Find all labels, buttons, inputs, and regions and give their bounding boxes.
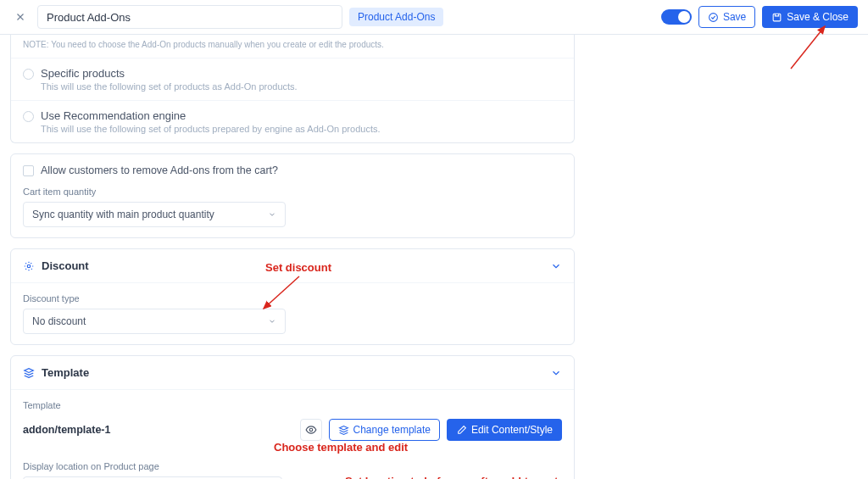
- template-section: Template Template addon/template-1 Chang…: [10, 355, 575, 479]
- discount-section: Discount Discount type No discount Set d…: [10, 248, 575, 345]
- chevron-down-icon: [550, 260, 562, 272]
- cart-qty-select[interactable]: Sync quantity with main product quantity: [23, 202, 286, 227]
- eye-icon: [305, 424, 317, 436]
- template-label: Template: [23, 400, 562, 410]
- svg-rect-1: [773, 14, 781, 21]
- option-specific-products[interactable]: Specific products This will use the foll…: [11, 58, 574, 100]
- template-value: addon/template-1: [23, 424, 111, 436]
- product-addons-tag: Product Add-Ons: [349, 8, 443, 26]
- note-text: NOTE: You need to choose the Add-On prod…: [11, 35, 574, 58]
- chevron-down-icon: [268, 210, 276, 219]
- discount-type-label: Discount type: [23, 293, 562, 304]
- preview-template-button[interactable]: [300, 419, 322, 441]
- cart-settings-card: Allow customers to remove Add-ons from t…: [10, 153, 575, 238]
- allow-remove-checkbox-row[interactable]: Allow customers to remove Add-ons from t…: [11, 154, 574, 187]
- close-button[interactable]: [10, 7, 31, 27]
- enable-toggle[interactable]: [661, 9, 692, 25]
- template-icon: [23, 367, 35, 379]
- radio-icon: [23, 111, 34, 122]
- save-button[interactable]: Save: [698, 6, 755, 28]
- chevron-down-icon: [268, 317, 276, 326]
- product-options-card: NOTE: You need to choose the Add-On prod…: [10, 35, 575, 143]
- svg-point-0: [709, 13, 718, 21]
- discount-icon: [23, 260, 35, 272]
- close-icon: [14, 11, 26, 23]
- save-icon: [771, 12, 782, 23]
- save-close-button[interactable]: Save & Close: [762, 6, 858, 28]
- discount-type-select[interactable]: No discount: [23, 309, 286, 334]
- display-location-label: Display location on Product page: [23, 461, 562, 471]
- svg-point-5: [309, 428, 313, 432]
- header: Product Add-Ons Save Save & Close: [0, 0, 868, 35]
- change-template-button[interactable]: Change template: [329, 419, 440, 441]
- check-circle-icon: [708, 12, 719, 23]
- option-recommendation-engine[interactable]: Use Recommendation engine This will use …: [11, 100, 574, 142]
- svg-point-3: [27, 265, 31, 268]
- annotation-choose-template: Choose template and edit: [274, 441, 408, 454]
- radio-icon: [23, 69, 34, 80]
- edit-content-style-button[interactable]: Edit Content/Style: [447, 419, 562, 441]
- chevron-down-icon: [550, 367, 562, 379]
- main-content: NOTE: You need to choose the Add-On prod…: [0, 35, 585, 479]
- page-title-input[interactable]: [37, 5, 342, 29]
- pencil-icon: [456, 425, 467, 436]
- layers-icon: [338, 425, 349, 436]
- checkbox-icon: [23, 165, 34, 176]
- discount-header[interactable]: Discount: [11, 249, 574, 283]
- annotation-set-location: Set location to before or after add to c…: [345, 475, 562, 479]
- cart-qty-label: Cart item quantity: [23, 187, 562, 197]
- template-header[interactable]: Template: [11, 356, 574, 390]
